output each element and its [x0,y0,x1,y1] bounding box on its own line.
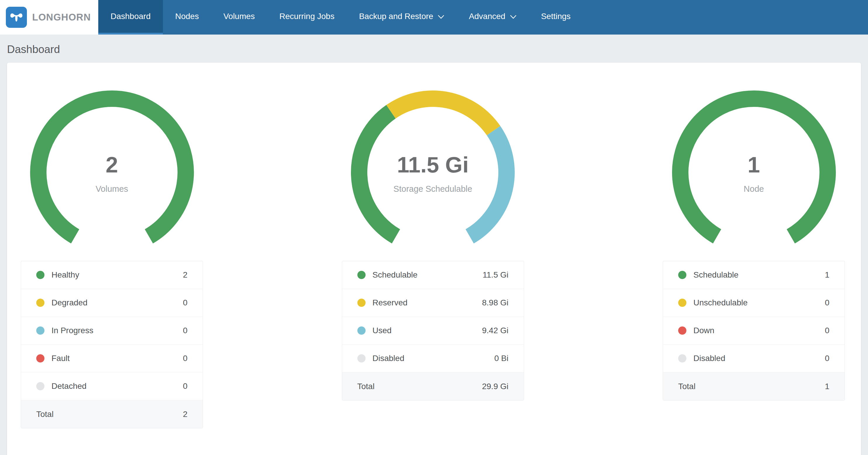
legend-row: Degraded0 [21,289,203,317]
brand-name: LONGHORN [32,12,91,23]
nav-item-label: Nodes [175,12,199,21]
nav-item-settings[interactable]: Settings [529,0,583,34]
legend-color-dot [36,354,44,363]
legend-total-value: 2 [183,409,187,419]
legend-value: 11.5 Gi [483,270,508,280]
nav-item-volumes[interactable]: Volumes [211,0,267,34]
legend-rows: Healthy2Degraded0In Progress0Fault0Detac… [21,261,203,400]
legend-total-label: Total [358,382,375,391]
legend-total-value: 29.9 Gi [482,382,508,391]
legend-row: Disabled0 [663,345,845,372]
page-title: Dashboard [7,43,868,56]
nav-item-backup-and-restore[interactable]: Backup and Restore [347,0,457,34]
storage-panel: 11.5 Gi Storage Schedulable Schedulable1… [342,88,524,401]
legend-value: 0 [183,354,187,363]
legend-color-dot [678,298,686,307]
nav-item-nodes[interactable]: Nodes [163,0,211,34]
legend-total-row: Total 1 [663,372,845,400]
volumes-gauge: 2 Volumes [27,88,197,257]
nav-item-dashboard[interactable]: Dashboard [98,0,163,34]
legend-color-dot [36,271,44,279]
legend-label: Schedulable [373,270,417,280]
legend-label: Disabled [373,354,404,363]
legend-color-dot [36,382,44,390]
legend-row: Unschedulable0 [663,289,845,317]
chevron-down-icon [438,15,444,19]
legend-row: Fault0 [21,345,203,372]
legend-label: Unschedulable [693,298,747,307]
longhorn-logo[interactable]: LONGHORN [0,0,98,34]
nav-item-label: Settings [541,12,570,21]
legend-value: 1 [825,270,829,280]
legend-value: 0 [183,326,187,335]
nav-item-label: Recurring Jobs [279,12,334,21]
legend-color-dot [678,326,686,335]
longhorn-bull-icon [6,7,27,28]
legend-label: Degraded [52,298,88,307]
volumes-gauge-arc [27,88,197,257]
legend-color-dot [36,326,44,335]
top-navbar: LONGHORN Dashboard Nodes Volumes Recurri… [0,0,868,34]
legend-total-value: 1 [825,382,829,391]
legend-color-dot [358,271,366,279]
legend-value: 9.42 Gi [482,326,508,335]
storage-gauge-arc [348,88,518,257]
legend-row: Schedulable1 [663,261,845,289]
legend-color-dot [678,354,686,363]
legend-value: 0 [825,326,829,335]
legend-total-label: Total [678,382,695,391]
chevron-down-icon [510,15,517,19]
legend-total-row: Total 29.9 Gi [342,372,524,400]
legend-value: 8.98 Gi [482,298,508,307]
legend-label: In Progress [52,326,93,335]
legend-row: Schedulable11.5 Gi [342,261,524,289]
legend-value: 0 [825,354,829,363]
gauge-arc-segment [470,131,506,236]
volumes-panel: 2 Volumes Healthy2Degraded0In Progress0F… [21,88,203,428]
legend-row: Detached0 [21,372,203,400]
legend-value: 0 [825,298,829,307]
legend-label: Disabled [693,354,725,363]
legend-label: Schedulable [693,270,739,280]
legend-label: Reserved [373,298,408,307]
legend-total-row: Total 2 [21,400,203,428]
legend-row: Used9.42 Gi [342,317,524,345]
legend-row: In Progress0 [21,317,203,345]
legend-label: Healthy [52,270,79,280]
node-gauge: 1 Node [669,88,839,257]
legend-label: Detached [52,381,87,391]
legend-total-label: Total [36,409,54,419]
legend-color-dot [678,271,686,279]
legend-color-dot [36,298,44,307]
legend-color-dot [358,326,366,335]
gauge-arc-segment [680,99,828,236]
legend-rows: Schedulable1Unschedulable0Down0Disabled0 [663,261,845,372]
legend-row: Disabled0 Bi [342,345,524,372]
nav-item-recurring-jobs[interactable]: Recurring Jobs [267,0,346,34]
legend-row: Healthy2 [21,261,203,289]
nav-item-advanced[interactable]: Advanced [457,0,529,34]
legend-rows: Schedulable11.5 GiReserved8.98 GiUsed9.4… [342,261,524,372]
gauge-arc-segment [38,99,186,236]
legend-label: Used [373,326,392,335]
volumes-legend-table: Healthy2Degraded0In Progress0Fault0Detac… [21,261,203,428]
node-panel: 1 Node Schedulable1Unschedulable0Down0Di… [663,88,845,401]
nav-item-label: Dashboard [111,12,151,21]
page-header: Dashboard [0,34,868,56]
nav-item-label: Backup and Restore [359,12,433,21]
legend-value: 0 [183,298,187,307]
legend-color-dot [358,354,366,363]
legend-color-dot [358,298,366,307]
legend-value: 0 Bi [494,354,508,363]
storage-gauge: 11.5 Gi Storage Schedulable [348,88,518,257]
gauge-arc-segment [359,112,396,236]
legend-value: 2 [183,270,187,280]
legend-row: Reserved8.98 Gi [342,289,524,317]
legend-label: Fault [52,354,70,363]
legend-row: Down0 [663,317,845,345]
main-nav: Dashboard Nodes Volumes Recurring Jobs B… [98,0,583,34]
gauge-arc-segment [391,99,494,131]
node-gauge-arc [669,88,839,257]
legend-label: Down [693,326,714,335]
storage-legend-table: Schedulable11.5 GiReserved8.98 GiUsed9.4… [342,261,524,401]
